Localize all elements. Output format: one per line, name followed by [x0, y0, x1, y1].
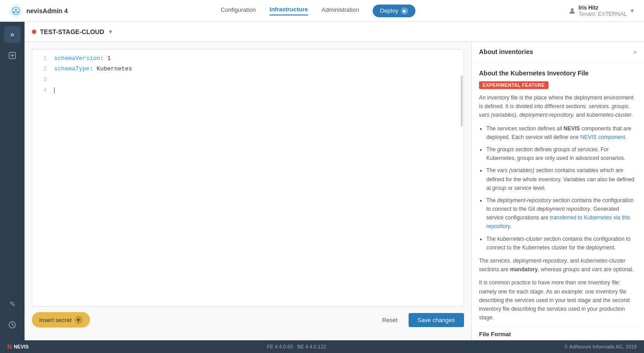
help-header: About inventories » [472, 42, 644, 62]
help-body: About the Kubernetes Inventory File EXPE… [472, 62, 644, 340]
code-editor[interactable]: schemaVersion: 1 schemaType: Kubernetes [50, 53, 464, 303]
editor-scrollbar[interactable] [461, 75, 463, 127]
help-list-item-deployment-repo: The deployment-repository section contai… [486, 196, 637, 231]
sidebar-history-btn[interactable] [4, 317, 20, 333]
editor-box[interactable]: 1 2 3 4 schemaVersion: 1 schemaType: Kub… [32, 49, 464, 307]
expand-icon: » [10, 30, 15, 39]
help-list-item-k8s-cluster: The kubernetes-cluster section contains … [486, 235, 637, 252]
deploy-button[interactable]: Deploy ▶ [373, 5, 415, 17]
insert-secret-label: Insert secret [39, 317, 72, 323]
svg-point-0 [12, 7, 20, 15]
experimental-badge: EXPERIMENTAL FEATURE [479, 81, 549, 89]
sidebar-add-btn[interactable] [4, 47, 20, 64]
sidebar-bottom: ✎ [4, 296, 20, 340]
user-icon [569, 7, 576, 15]
bottom-bar-center: FE 4.4.0-65 · BE 4.4.0.122 [267, 344, 326, 349]
svg-point-1 [15, 9, 17, 10]
sidebar-expand-btn[interactable]: » [4, 26, 20, 43]
main-layout: » ✎ TEST-STAGE-CLOUD [0, 22, 644, 340]
editor-footer: Insert secret ▼ Reset Save changes [32, 307, 464, 333]
editor-container: 1 2 3 4 schemaVersion: 1 schemaType: Kub… [25, 42, 471, 340]
help-list-item-services: The services section defines all NEVIS c… [486, 124, 637, 142]
help-list-item-groups: The groups section defines groups of ser… [486, 145, 637, 163]
svg-point-7 [571, 8, 574, 11]
svg-line-4 [14, 10, 16, 11]
nevis-label: NEVIS [14, 344, 29, 349]
help-para-1: An inventory file is the place where the… [479, 94, 637, 120]
user-area: Iris Hitz Tenant: EXTERNAL ▼ [569, 5, 635, 17]
tenant: Tenant: EXTERNAL [579, 11, 627, 17]
history-icon [8, 321, 16, 329]
bottom-bar: N NEVIS FE 4.4.0-65 · BE 4.4.0.122 © AdN… [0, 340, 644, 353]
help-para-mandatory: The services, deployment-repository, and… [479, 257, 637, 274]
top-navigation: nevisAdmin 4 Configuration Infrastructur… [0, 0, 644, 22]
sidebar-edit-btn[interactable]: ✎ [4, 296, 20, 312]
nav-administration[interactable]: Administration [322, 6, 359, 15]
user-info: Iris Hitz Tenant: EXTERNAL [579, 5, 627, 17]
inventory-dropdown-icon[interactable]: ▼ [108, 29, 113, 35]
nevis-n-icon: N [7, 343, 12, 350]
reset-button[interactable]: Reset [377, 313, 403, 327]
app-logo: nevisAdmin 4 [9, 4, 68, 18]
user-dropdown-icon[interactable]: ▼ [629, 8, 635, 14]
insert-secret-dropdown-icon[interactable]: ▼ [75, 316, 83, 324]
inventory-header: TEST-STAGE-CLOUD ▼ [25, 22, 644, 42]
save-button[interactable]: Save changes [409, 313, 464, 327]
help-expand-icon[interactable]: » [633, 48, 637, 55]
nav-configuration[interactable]: Configuration [221, 6, 256, 15]
editor-inner: 1 2 3 4 schemaVersion: 1 schemaType: Kub… [32, 50, 464, 306]
help-title: About inventories [479, 48, 533, 55]
add-icon [8, 51, 16, 60]
content-area: TEST-STAGE-CLOUD ▼ 1 2 3 4 schemaVersion… [25, 22, 644, 340]
transferred-link[interactable]: transferred to Kubernetes via this repos… [486, 214, 630, 229]
svg-line-5 [16, 10, 18, 11]
file-format-title: File Format [479, 327, 637, 338]
play-icon: ▶ [401, 7, 408, 15]
bottom-bar-left: N NEVIS [7, 343, 29, 350]
username: Iris Hitz [579, 5, 627, 11]
help-para-common: It is common practice to have more than … [479, 278, 637, 322]
inventory-name: TEST-STAGE-CLOUD [40, 28, 104, 35]
deploy-label: Deploy [380, 7, 398, 14]
copyright: © AdNovum Informatik AG, 2019 [564, 344, 637, 349]
bottom-bar-right: © AdNovum Informatik AG, 2019 [564, 344, 637, 349]
nav-infrastructure[interactable]: Infrastructure [270, 6, 308, 15]
help-list-item-vars: The vars (variables) section contains va… [486, 166, 637, 193]
inventory-status-badge [32, 30, 36, 34]
help-section-title: About the Kubernetes Inventory File [479, 70, 637, 77]
help-panel: About inventories » About the Kubernetes… [471, 42, 644, 340]
sidebar: » ✎ [0, 22, 25, 340]
line-numbers: 1 2 3 4 [32, 53, 50, 303]
app-logo-icon [9, 4, 23, 18]
editor-help-layout: 1 2 3 4 schemaVersion: 1 schemaType: Kub… [25, 42, 644, 340]
help-list: The services section defines all NEVIS c… [479, 124, 637, 252]
nav-links: Configuration Infrastructure Administrat… [81, 5, 555, 17]
app-name: nevisAdmin 4 [26, 7, 68, 15]
edit-icon: ✎ [10, 300, 15, 308]
nevis-logo: N NEVIS [7, 343, 29, 350]
nevis-component-link[interactable]: NEVIS component [580, 134, 625, 140]
version-info: FE 4.4.0-65 · BE 4.4.0.122 [267, 344, 326, 349]
insert-secret-button[interactable]: Insert secret ▼ [32, 312, 90, 328]
